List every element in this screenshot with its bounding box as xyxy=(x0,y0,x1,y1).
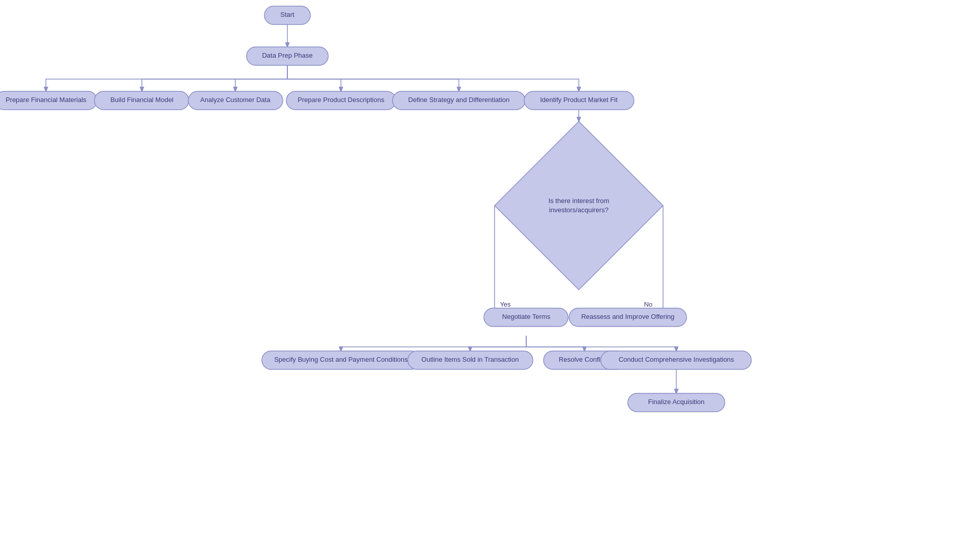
conductinvestigations-label: Conduct Comprehensive Investigations xyxy=(619,356,734,363)
reassess-label: Reassess and Improve Offering xyxy=(581,313,675,320)
edge-negotiate-conductinvestigations xyxy=(526,336,676,351)
prepproduct-node: Prepare Product Descriptions xyxy=(286,91,396,110)
start-node: Start xyxy=(264,6,310,24)
definestrategy-node: Define Strategy and Differentiation xyxy=(393,91,525,110)
no-label: No xyxy=(644,300,653,308)
prepfinancial-label: Prepare Financial Materials xyxy=(6,96,87,104)
dataprep-label: Data Prep Phase xyxy=(262,52,312,59)
edge-negotiate-specifybuying xyxy=(341,336,526,351)
finalizeacquisition-label: Finalize Acquisition xyxy=(648,398,705,406)
negotiateterms-label: Negotiate Terms xyxy=(502,313,551,320)
identifymarket-node: Identify Product Market Fit xyxy=(524,91,634,110)
conductinvestigations-node: Conduct Comprehensive Investigations xyxy=(601,351,751,369)
specifybuying-node: Specify Buying Cost and Payment Conditio… xyxy=(262,351,420,369)
diamond-label-line1: Is there interest from xyxy=(548,197,609,205)
edge-negotiate-outlineitems xyxy=(470,336,526,351)
edge-dataprep-definestrategy xyxy=(287,65,459,91)
definestrategy-label: Define Strategy and Differentiation xyxy=(408,96,510,104)
yes-label: Yes xyxy=(500,300,511,308)
outlineitems-label: Outline Items Sold in Transaction xyxy=(422,356,519,363)
edge-dataprep-identifymarket xyxy=(287,65,579,91)
diamond-label-line2: investors/acquirers? xyxy=(549,206,608,214)
edge-dataprep-analyzecustomer xyxy=(235,65,287,91)
negotiateterms-node: Negotiate Terms xyxy=(484,308,568,327)
edge-dataprep-prepfinancial xyxy=(46,65,287,91)
svg-marker-8 xyxy=(495,121,663,290)
reassess-node: Reassess and Improve Offering xyxy=(569,308,687,327)
edge-negotiate-resolveconflicts xyxy=(526,336,584,351)
start-label: Start xyxy=(280,11,295,18)
diamond-node: Is there interest from investors/acquire… xyxy=(495,121,663,290)
specifybuying-label: Specify Buying Cost and Payment Conditio… xyxy=(274,356,408,363)
buildfinancial-label: Build Financial Model xyxy=(110,96,174,104)
analyzecustomer-label: Analyze Customer Data xyxy=(200,96,271,104)
edge-dataprep-buildfinancial xyxy=(142,65,287,91)
prepproduct-label: Prepare Product Descriptions xyxy=(298,96,384,104)
outlineitems-node: Outline Items Sold in Transaction xyxy=(408,351,533,369)
edge-dataprep-prepproduct xyxy=(287,65,341,91)
dataprep-node: Data Prep Phase xyxy=(247,47,328,65)
identifymarket-label: Identify Product Market Fit xyxy=(540,96,618,104)
prepfinancial-node: Prepare Financial Materials xyxy=(0,91,97,110)
analyzecustomer-node: Analyze Customer Data xyxy=(188,91,283,110)
buildfinancial-node: Build Financial Model xyxy=(94,91,189,110)
finalizeacquisition-node: Finalize Acquisition xyxy=(628,393,725,412)
